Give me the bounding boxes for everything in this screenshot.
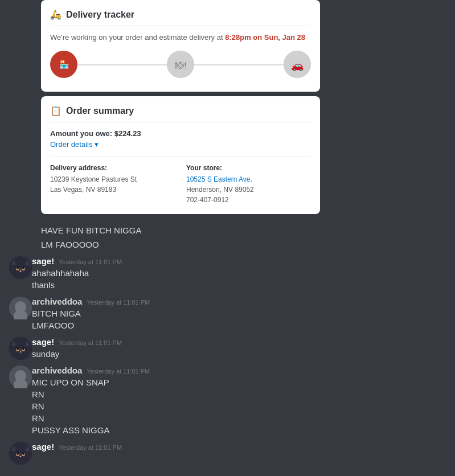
store-phone: 702-407-0912 (186, 195, 311, 205)
svg-point-17 (9, 337, 32, 360)
msg-rn-1: RN (32, 388, 446, 400)
delivery-address-label: Delivery address: (50, 164, 175, 172)
msg-sunday: sunday (32, 348, 446, 360)
tracker-step-deliver: 🚗 (284, 51, 311, 78)
store-address-line2: Henderson, NV 89052 (186, 184, 311, 195)
delivery-tracker-title: 🛵 Delivery tracker (50, 9, 311, 26)
delivery-address-line1: 10239 Keystone Pastures St (50, 174, 175, 184)
msg-have-fun: HAVE FUN BITCH NIGGA (41, 224, 446, 236)
chat-container: 🛵 Delivery tracker We're working on your… (0, 0, 455, 468)
timestamp-sage-3: Yesterday at 11:01 PM (59, 444, 122, 451)
message-content-archived-1: archiveddoa Yesterday at 11:01 PM BITCH … (32, 297, 446, 331)
delivery-address-col: Delivery address: 10239 Keystone Pasture… (50, 164, 175, 205)
message-header-sage-1: sage! Yesterday at 11:01 PM (32, 256, 446, 266)
order-details-text: Order details (50, 140, 92, 149)
message-header-sage-2: sage! Yesterday at 11:01 PM (32, 337, 446, 347)
subtitle-highlight-text: 8:28pm on Sun, Jan 28 (225, 33, 305, 42)
order-summary-icon: 📋 (50, 105, 62, 116)
chat-messages: HAVE FUN BITCH NIGGA LM FAOOOOO (0, 223, 455, 468)
message-header-archived-2: archiveddoa Yesterday at 11:01 PM (32, 366, 446, 375)
username-sage-3: sage! (32, 442, 54, 452)
delivery-address-line2: Las Vegas, NV 89183 (50, 184, 175, 195)
svg-text:🏪: 🏪 (59, 60, 69, 69)
timestamp-sage-1: Yesterday at 11:01 PM (59, 258, 122, 265)
message-content-sage-2: sage! Yesterday at 11:01 PM sunday (32, 337, 446, 360)
svg-text:🍽: 🍽 (175, 59, 186, 71)
msg-rn-2: RN (32, 400, 446, 412)
store-address-line1: 10525 S Eastern Ave. (186, 174, 311, 184)
msg-thanls: thanls (32, 279, 446, 291)
msg-lmfaooo-1: LMFAOOO (32, 319, 446, 331)
tracker-step-prepare: 🍽 (167, 51, 194, 78)
svg-point-22 (17, 347, 19, 350)
avatar-sage-2 (9, 337, 32, 360)
amount-label: Amount you owe: (50, 129, 114, 138)
username-archived-2: archiveddoa (32, 366, 82, 375)
order-summary-heading: Order summary (66, 106, 134, 116)
svg-point-34 (22, 452, 24, 455)
svg-point-12 (22, 266, 24, 269)
tracker-step-order: 🏪 (50, 51, 77, 78)
avatar-archived-1 (9, 297, 32, 319)
order-summary-card: 📋 Order summary Amount you owe: $224.23 … (41, 96, 320, 214)
avatar-sage-1 (9, 256, 32, 279)
tracker-line-1 (77, 64, 167, 65)
avatar-archived-2 (9, 366, 32, 388)
delivery-tracker-card: 🛵 Delivery tracker We're working on your… (41, 0, 320, 92)
msg-mic-upo: MIC UPO ON SNAP (32, 376, 446, 388)
tracker-line-2 (194, 64, 284, 65)
store-address-label: Your store: (186, 164, 311, 172)
subtitle-before-text: We're working on your order and estimate… (50, 33, 225, 42)
delivery-tracker-subtitle: We're working on your order and estimate… (50, 33, 311, 42)
delivery-tracker-heading: Delivery tracker (66, 10, 134, 20)
message-group-sage-2: sage! Yesterday at 11:01 PM sunday (0, 335, 455, 362)
message-content-sage-3: sage! Yesterday at 11:01 PM (32, 442, 446, 465)
msg-bitch-niga: BITCH NIGA (32, 307, 446, 319)
svg-point-23 (22, 347, 24, 350)
avatar-sage-3 (9, 442, 32, 465)
chevron-down-icon: ▾ (95, 140, 99, 149)
delivery-tracker-wrapper: 🛵 Delivery tracker We're working on your… (0, 0, 455, 92)
order-summary-title: 📋 Order summary (50, 105, 311, 122)
timestamp-archived-2: Yesterday at 11:01 PM (87, 368, 150, 375)
order-details-link[interactable]: Order details ▾ (50, 140, 311, 149)
amount-value: $224.23 (114, 129, 141, 138)
order-summary-wrapper: 📋 Order summary Amount you owe: $224.23 … (0, 96, 455, 223)
username-sage-1: sage! (32, 256, 54, 266)
timestamp-sage-2: Yesterday at 11:01 PM (59, 339, 122, 346)
message-group-sage-3: sage! Yesterday at 11:01 PM (0, 440, 455, 467)
svg-text:🚗: 🚗 (291, 59, 304, 72)
username-archived-1: archiveddoa (32, 297, 82, 306)
message-group-sage-1: sage! Yesterday at 11:01 PM ahahahhahaha… (0, 254, 455, 293)
standalone-message-1: HAVE FUN BITCH NIGGA (0, 223, 455, 237)
delivery-icon: 🛵 (50, 9, 62, 20)
tracker-steps: 🏪 🍽 🚗 (50, 51, 311, 78)
svg-point-33 (17, 452, 19, 455)
svg-point-28 (9, 442, 32, 465)
svg-point-6 (9, 256, 32, 279)
msg-ahaha: ahahahhahaha (32, 267, 446, 279)
message-content-archived-2: archiveddoa Yesterday at 11:01 PM MIC UP… (32, 366, 446, 436)
msg-lm-faooooo: LM FAOOOOO (41, 239, 446, 251)
message-header-archived-1: archiveddoa Yesterday at 11:01 PM (32, 297, 446, 306)
message-header-sage-3: sage! Yesterday at 11:01 PM (32, 442, 446, 452)
msg-pussy-ass: PUSSY ASS NIGGA (32, 424, 446, 436)
order-address-row: Delivery address: 10239 Keystone Pasture… (50, 157, 311, 205)
svg-point-11 (17, 266, 19, 269)
order-amount: Amount you owe: $224.23 (50, 129, 311, 138)
timestamp-archived-1: Yesterday at 11:01 PM (87, 299, 150, 306)
username-sage-2: sage! (32, 337, 54, 347)
message-group-archived-1: archiveddoa Yesterday at 11:01 PM BITCH … (0, 294, 455, 334)
msg-rn-3: RN (32, 412, 446, 424)
message-group-archived-2: archiveddoa Yesterday at 11:01 PM MIC UP… (0, 363, 455, 438)
message-content-sage-1: sage! Yesterday at 11:01 PM ahahahhahaha… (32, 256, 446, 291)
standalone-message-2: LM FAOOOOO (0, 237, 455, 254)
store-address-col: Your store: 10525 S Eastern Ave. Henders… (186, 164, 311, 205)
